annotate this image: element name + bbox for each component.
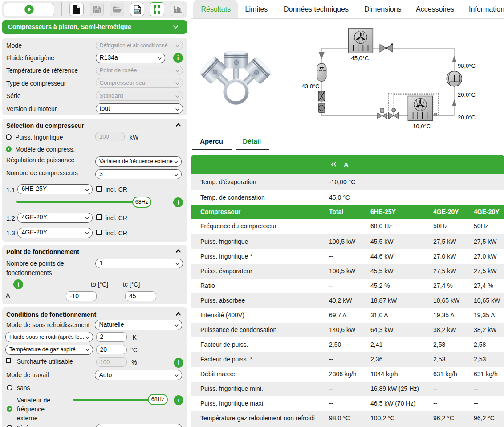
- svg-text:45,0°C: 45,0°C: [351, 55, 369, 62]
- svg-text:98,0°C: 98,0°C: [458, 62, 476, 69]
- svg-text:20,0°C: 20,0°C: [458, 91, 476, 98]
- svg-text:-10,0°C: -10,0°C: [411, 123, 431, 130]
- svg-text:PDF: PDF: [134, 10, 140, 12]
- svg-text:43,0°C: 43,0°C: [302, 83, 320, 90]
- svg-text:20,0°C: 20,0°C: [458, 114, 476, 121]
